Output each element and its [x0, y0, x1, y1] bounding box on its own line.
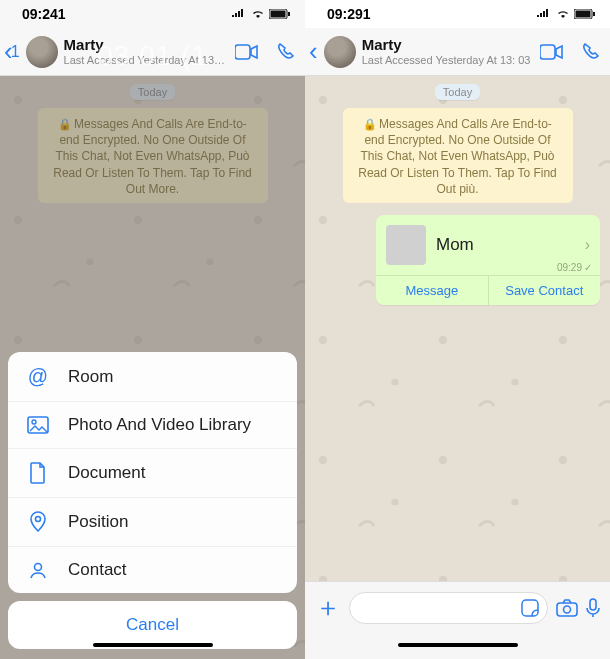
svg-rect-13	[557, 603, 577, 616]
signal-icon	[536, 9, 552, 19]
signal-icon	[231, 9, 247, 19]
sheet-photo-video[interactable]: Photo And Video Library	[8, 402, 297, 449]
camera-button[interactable]	[556, 599, 578, 617]
lock-icon: 🔒	[363, 118, 377, 130]
message-input-bar: ＋	[305, 581, 610, 633]
photo-icon	[26, 416, 50, 434]
status-bar: 09:291	[305, 0, 610, 28]
back-button[interactable]: ‹	[309, 36, 318, 67]
date-pill: Today	[435, 84, 480, 100]
chevron-right-icon: ›	[585, 236, 590, 254]
lock-icon: 🔒	[58, 118, 72, 130]
sheet-label: Photo And Video Library	[68, 415, 251, 435]
contact-card-bubble: Mom › 09:29 ✓ Message Save Contact	[376, 215, 600, 305]
contact-message-button[interactable]: Message	[376, 276, 489, 305]
sheet-contact[interactable]: Contact	[8, 547, 297, 593]
status-time: 09:291	[327, 6, 371, 22]
left-screen: 09:241 ‹1 Marty Last Accessed Yesterday …	[0, 0, 305, 659]
location-icon	[26, 511, 50, 533]
contact-name: Marty	[362, 37, 534, 54]
sheet-document[interactable]: Document	[8, 449, 297, 498]
sheet-position[interactable]: Position	[8, 498, 297, 547]
status-bar: 09:241	[0, 0, 305, 28]
svg-rect-9	[576, 11, 591, 18]
svg-rect-11	[540, 45, 555, 59]
avatar[interactable]	[26, 36, 58, 68]
delivered-check-icon: ✓	[584, 262, 592, 273]
phone-call-icon[interactable]	[582, 43, 600, 61]
avatar[interactable]	[324, 36, 356, 68]
contact-save-button[interactable]: Save Contact	[489, 276, 601, 305]
svg-point-14	[564, 606, 571, 613]
header-title-block[interactable]: Marty Last Accessed Yesterday At 13: 03	[362, 37, 534, 66]
svg-rect-10	[593, 12, 595, 16]
last-seen: Last Accessed Yesterday At 13…	[64, 54, 229, 66]
attach-button[interactable]: ＋	[315, 590, 341, 625]
status-time: 09:241	[22, 6, 66, 22]
message-timestamp: 09:29 ✓	[557, 262, 592, 273]
contact-icon	[26, 560, 50, 580]
sheet-label: Contact	[68, 560, 127, 580]
sheet-room[interactable]: @ Room	[8, 352, 297, 402]
svg-rect-1	[271, 11, 286, 18]
contact-card-name: Mom	[436, 235, 585, 255]
sheet-label: Document	[68, 463, 145, 483]
encryption-notice[interactable]: 🔒Messages And Calls Are End-to-end Encry…	[38, 108, 268, 203]
chat-header: ‹1 Marty Last Accessed Yesterday At 13…	[0, 28, 305, 76]
header-title-block[interactable]: Marty Last Accessed Yesterday At 13…	[64, 37, 229, 66]
chat-area: Today 🔒Messages And Calls Are End-to-end…	[305, 76, 610, 581]
sheet-label: Position	[68, 512, 128, 532]
date-pill: Today	[130, 84, 175, 100]
document-icon	[26, 462, 50, 484]
svg-rect-2	[288, 12, 290, 16]
wifi-icon	[251, 9, 265, 19]
svg-point-6	[36, 517, 41, 522]
svg-rect-12	[522, 600, 538, 616]
svg-rect-15	[590, 599, 596, 610]
attachment-sheet: @ Room Photo And Video Library Document	[8, 352, 297, 649]
svg-point-5	[32, 420, 36, 424]
battery-icon	[269, 9, 291, 19]
phone-call-icon[interactable]	[277, 43, 295, 61]
home-indicator	[305, 633, 610, 659]
back-button[interactable]: ‹1	[4, 36, 20, 67]
last-seen: Last Accessed Yesterday At 13: 03	[362, 54, 534, 66]
mic-button[interactable]	[586, 598, 600, 618]
battery-icon	[574, 9, 596, 19]
sheet-label: Room	[68, 367, 113, 387]
message-input[interactable]	[349, 592, 548, 624]
contact-name: Marty	[64, 37, 229, 54]
svg-point-7	[35, 564, 42, 571]
video-call-icon[interactable]	[235, 43, 259, 61]
chat-header: ‹ Marty Last Accessed Yesterday At 13: 0…	[305, 28, 610, 76]
home-indicator	[0, 633, 305, 659]
right-screen: 09:291 ‹ Marty Last Accessed Yesterday A…	[305, 0, 610, 659]
status-icons	[231, 9, 291, 19]
wifi-icon	[556, 9, 570, 19]
encryption-notice[interactable]: 🔒Messages And Calls Are End-to-end Encry…	[343, 108, 573, 203]
room-icon: @	[26, 365, 50, 388]
video-call-icon[interactable]	[540, 43, 564, 61]
status-icons	[536, 9, 596, 19]
svg-rect-3	[235, 45, 250, 59]
contact-thumbnail	[386, 225, 426, 265]
sticker-icon[interactable]	[521, 599, 539, 617]
